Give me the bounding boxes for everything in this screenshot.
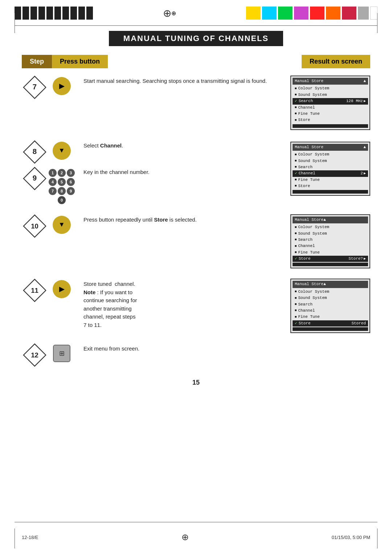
step-7-button[interactable]: ▶ xyxy=(47,76,76,95)
step-row-11: 11 ▶ Store tuned channel. Note : If you … xyxy=(22,279,370,333)
screen-7-header: Manual Store▲ xyxy=(293,78,368,85)
step-sub-row-8: 8 ▼ Select Channel. xyxy=(22,140,290,164)
screen-8-header: Manual Store▲ xyxy=(293,144,368,151)
black-bars-left xyxy=(15,7,93,20)
svg-text:10: 10 xyxy=(31,222,38,230)
step-row-7: 7 ▶ Start manual searching. Searching st… xyxy=(22,76,370,130)
step-11-number: 11 xyxy=(22,279,47,302)
step-row-10: 10 ▼ Press button repeatedly until Store… xyxy=(22,214,370,269)
step-sub-row-9: 9 1 2 3 4 5 6 xyxy=(22,167,290,204)
step-row-12: 12 ⊞ Exit menu from screen. xyxy=(22,343,370,369)
screen-11-item-5: ■Fine Tune xyxy=(293,314,368,320)
screen-11-item-2: ■Sound System xyxy=(293,295,368,301)
screen-8: Manual Store▲ ■Colour System ■Sound Syst… xyxy=(290,142,370,196)
step-8-button[interactable]: ▼ xyxy=(47,140,76,160)
page-title-area: Manual Tuning of Channels xyxy=(22,31,370,46)
screen-11-item-6: ✓StoreStored xyxy=(293,320,368,327)
step-12-button[interactable]: ⊞ xyxy=(47,343,76,362)
screen-8-item-3: ■Search xyxy=(293,164,368,170)
screen-7-item-5: ■Fine Tune xyxy=(293,111,368,117)
forward-button-11[interactable]: ▶ xyxy=(53,280,71,298)
svg-text:11: 11 xyxy=(31,287,38,294)
screen-11-item-3: ■Search xyxy=(293,301,368,308)
bottom-right-line xyxy=(377,528,377,548)
footer-right: 01/15/03, 5:00 PM xyxy=(332,535,370,540)
screen-7-item-4: ■Channel xyxy=(293,105,368,111)
column-headers: Step Press button Result on screen xyxy=(22,55,370,68)
screen-8-item-1: ■Colour System xyxy=(293,151,368,158)
step-9-text: Key in the channel number. xyxy=(76,167,290,177)
step-10-number: 10 xyxy=(22,214,47,238)
numpad: 1 2 3 4 5 6 7 8 9 xyxy=(49,167,75,204)
bottom-divider xyxy=(15,522,377,522)
crosshair-top: ⊕ xyxy=(163,7,176,20)
step-9-number: 9 xyxy=(22,167,47,190)
step-11-text: Store tuned channel. Note : If you want … xyxy=(76,279,290,329)
page-title: Manual Tuning of Channels xyxy=(109,31,283,46)
screen-8-item-2: ■Sound System xyxy=(293,158,368,164)
step-12-text: Exit menu from screen. xyxy=(76,343,370,353)
screen-8-item-6: ■Store xyxy=(293,183,368,189)
screen-11-item-1: ■Colour System xyxy=(293,289,368,295)
screen-10-item-3: ■Search xyxy=(293,237,368,243)
step-12-number: 12 xyxy=(22,343,47,367)
screen-7-item-2: ■Sound System xyxy=(293,92,368,98)
main-content: Manual Tuning of Channels Step Press but… xyxy=(22,31,370,519)
step-header: Step xyxy=(22,55,52,68)
step-row-8-9: 8 ▼ Select Channel. 9 xyxy=(22,140,370,204)
crosshair-bottom: ⊕ xyxy=(181,532,189,542)
svg-text:9: 9 xyxy=(32,174,36,182)
page-number: 15 xyxy=(22,379,370,386)
step-10-text: Press button repeatedly until Store is s… xyxy=(76,214,290,224)
down-button-8[interactable]: ▼ xyxy=(53,142,71,160)
press-button-header: Press button xyxy=(52,55,108,68)
top-decorative-bar: ⊕ xyxy=(0,7,392,20)
screen-10-item-4: ■Channel xyxy=(293,243,368,249)
screen-11: Manual Store▲ ■Colour System ■Sound Syst… xyxy=(290,279,370,333)
svg-text:7: 7 xyxy=(32,83,36,91)
screen-7-item-6: ■Store xyxy=(293,117,368,123)
page-footer: 12-18/E ⊕ 01/15/03, 5:00 PM xyxy=(22,532,370,542)
screen-8-item-4: ✓Channel2 ▶ xyxy=(293,170,368,177)
footer-left: 12-18/E xyxy=(22,535,38,540)
screen-10-item-2: ■Sound System xyxy=(293,231,368,237)
step-8-text: Select Channel. xyxy=(76,140,290,150)
step-7-number: 7 xyxy=(22,76,47,99)
step-7-text: Start manual searching. Searching stops … xyxy=(76,76,290,85)
screen-10-header: Manual Store▲ xyxy=(293,216,368,223)
screen-7-item-1: ■Colour System xyxy=(293,85,368,92)
screen-10-item-6: ✓StoreStore?▶ xyxy=(293,256,368,262)
step-9-numpad: 1 2 3 4 5 6 7 8 9 xyxy=(47,167,76,204)
screen-10: Manual Store▲ ■Colour System ■Sound Syst… xyxy=(290,214,370,269)
step-10-button[interactable]: ▼ xyxy=(47,214,76,234)
step-11-button[interactable]: ▶ xyxy=(47,279,76,298)
screen-10-item-5: ■Fine Tune xyxy=(293,250,368,256)
step-8-number: 8 xyxy=(22,140,47,164)
bottom-left-line xyxy=(15,528,15,548)
svg-text:12: 12 xyxy=(31,351,38,359)
result-on-screen-header: Result on screen xyxy=(302,55,370,68)
svg-text:8: 8 xyxy=(32,147,36,155)
color-bars-right xyxy=(246,7,377,20)
top-divider xyxy=(15,25,377,26)
down-button-10[interactable]: ▼ xyxy=(53,216,71,234)
screen-11-header: Manual Store▲ xyxy=(293,281,368,288)
screen-11-item-4: ■Channel xyxy=(293,308,368,314)
forward-button-7[interactable]: ▶ xyxy=(53,77,71,95)
screen-7: Manual Store▲ ■Colour System ■Sound Syst… xyxy=(290,76,370,130)
screen-8-item-5: ■Fine Tune xyxy=(293,177,368,183)
screen-10-item-1: ■Colour System xyxy=(293,224,368,230)
menu-button-12[interactable]: ⊞ xyxy=(53,345,70,362)
screen-7-item-3: ✓Search128 MHz ▶ xyxy=(293,98,368,104)
